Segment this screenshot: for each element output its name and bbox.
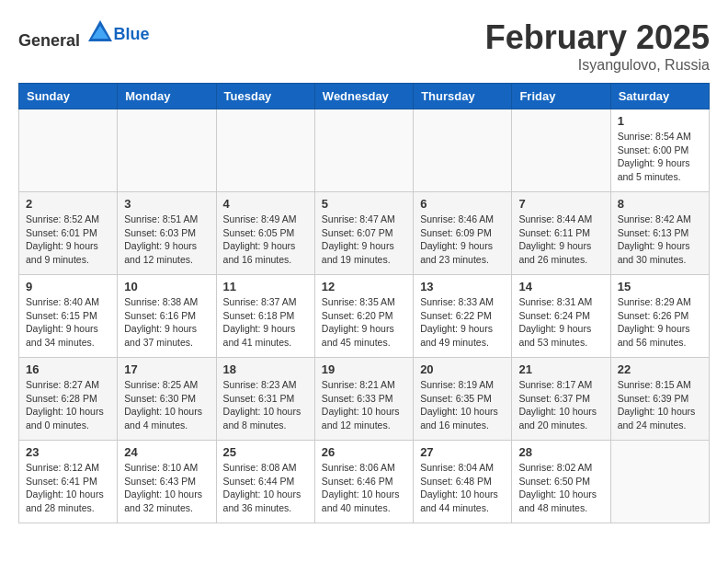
day-number: 19 xyxy=(322,362,406,376)
day-info: Sunrise: 8:52 AM Sunset: 6:01 PM Dayligh… xyxy=(26,213,110,267)
day-number: 6 xyxy=(420,197,505,211)
calendar-day-cell xyxy=(414,109,512,192)
day-number: 23 xyxy=(26,445,110,459)
calendar-day-cell: 8Sunrise: 8:42 AM Sunset: 6:13 PM Daylig… xyxy=(610,192,709,275)
day-number: 15 xyxy=(618,280,702,293)
calendar-day-cell: 26Sunrise: 8:06 AM Sunset: 6:46 PM Dayli… xyxy=(314,441,413,523)
day-info: Sunrise: 8:10 AM Sunset: 6:43 PM Dayligh… xyxy=(124,461,209,515)
day-info: Sunrise: 8:51 AM Sunset: 6:03 PM Dayligh… xyxy=(124,213,209,267)
day-info: Sunrise: 8:19 AM Sunset: 6:35 PM Dayligh… xyxy=(420,378,505,432)
day-number: 24 xyxy=(124,445,209,459)
calendar-week-row: 23Sunrise: 8:12 AM Sunset: 6:41 PM Dayli… xyxy=(19,441,710,523)
calendar-week-row: 1Sunrise: 8:54 AM Sunset: 6:00 PM Daylig… xyxy=(19,109,710,192)
calendar-day-cell xyxy=(118,109,216,192)
month-year-title: February 2025 xyxy=(485,18,710,57)
day-number: 21 xyxy=(518,362,603,376)
calendar-day-cell: 16Sunrise: 8:27 AM Sunset: 6:28 PM Dayli… xyxy=(19,358,118,441)
page-header: General Blue February 2025 Isyangulovo, … xyxy=(18,18,710,74)
calendar-week-row: 9Sunrise: 8:40 AM Sunset: 6:15 PM Daylig… xyxy=(19,275,710,358)
day-info: Sunrise: 8:08 AM Sunset: 6:44 PM Dayligh… xyxy=(223,461,308,515)
day-info: Sunrise: 8:27 AM Sunset: 6:28 PM Dayligh… xyxy=(26,378,110,432)
day-info: Sunrise: 8:23 AM Sunset: 6:31 PM Dayligh… xyxy=(223,378,308,432)
day-number: 2 xyxy=(26,197,110,211)
weekday-header-monday: Monday xyxy=(118,84,216,109)
calendar-day-cell: 1Sunrise: 8:54 AM Sunset: 6:00 PM Daylig… xyxy=(610,109,709,192)
logo: General Blue xyxy=(18,18,150,51)
day-number: 28 xyxy=(518,445,603,459)
day-info: Sunrise: 8:38 AM Sunset: 6:16 PM Dayligh… xyxy=(124,295,209,350)
calendar-day-cell: 5Sunrise: 8:47 AM Sunset: 6:07 PM Daylig… xyxy=(314,192,413,275)
day-number: 17 xyxy=(124,362,209,376)
day-info: Sunrise: 8:49 AM Sunset: 6:05 PM Dayligh… xyxy=(223,213,308,267)
day-number: 26 xyxy=(322,445,406,459)
weekday-header-thursday: Thursday xyxy=(414,84,512,109)
day-info: Sunrise: 8:12 AM Sunset: 6:41 PM Dayligh… xyxy=(26,461,110,515)
calendar-day-cell: 24Sunrise: 8:10 AM Sunset: 6:43 PM Dayli… xyxy=(118,441,216,523)
day-number: 3 xyxy=(124,197,209,211)
title-block: February 2025 Isyangulovo, Russia xyxy=(485,18,710,74)
calendar-day-cell: 12Sunrise: 8:35 AM Sunset: 6:20 PM Dayli… xyxy=(314,275,413,358)
calendar-day-cell: 17Sunrise: 8:25 AM Sunset: 6:30 PM Dayli… xyxy=(118,358,216,441)
calendar-day-cell xyxy=(216,109,314,192)
calendar-day-cell xyxy=(19,109,118,192)
day-info: Sunrise: 8:42 AM Sunset: 6:13 PM Dayligh… xyxy=(618,213,702,267)
day-number: 7 xyxy=(518,197,603,211)
calendar-day-cell: 14Sunrise: 8:31 AM Sunset: 6:24 PM Dayli… xyxy=(512,275,610,358)
day-info: Sunrise: 8:25 AM Sunset: 6:30 PM Dayligh… xyxy=(124,378,209,432)
day-info: Sunrise: 8:35 AM Sunset: 6:20 PM Dayligh… xyxy=(322,295,406,350)
calendar-day-cell: 11Sunrise: 8:37 AM Sunset: 6:18 PM Dayli… xyxy=(216,275,314,358)
calendar-day-cell xyxy=(610,441,709,523)
day-info: Sunrise: 8:29 AM Sunset: 6:26 PM Dayligh… xyxy=(618,295,702,350)
day-number: 20 xyxy=(420,362,505,376)
day-number: 12 xyxy=(322,280,406,293)
day-info: Sunrise: 8:37 AM Sunset: 6:18 PM Dayligh… xyxy=(223,295,308,350)
day-info: Sunrise: 8:15 AM Sunset: 6:39 PM Dayligh… xyxy=(618,378,702,432)
day-info: Sunrise: 8:54 AM Sunset: 6:00 PM Dayligh… xyxy=(618,130,702,184)
location-subtitle: Isyangulovo, Russia xyxy=(485,57,710,74)
calendar-day-cell: 20Sunrise: 8:19 AM Sunset: 6:35 PM Dayli… xyxy=(414,358,512,441)
day-number: 14 xyxy=(518,280,603,293)
day-number: 25 xyxy=(223,445,308,459)
weekday-header-wednesday: Wednesday xyxy=(314,84,413,109)
calendar-day-cell: 4Sunrise: 8:49 AM Sunset: 6:05 PM Daylig… xyxy=(216,192,314,275)
calendar-day-cell: 9Sunrise: 8:40 AM Sunset: 6:15 PM Daylig… xyxy=(19,275,118,358)
calendar-day-cell: 10Sunrise: 8:38 AM Sunset: 6:16 PM Dayli… xyxy=(118,275,216,358)
weekday-header-sunday: Sunday xyxy=(19,84,118,109)
calendar-week-row: 2Sunrise: 8:52 AM Sunset: 6:01 PM Daylig… xyxy=(19,192,710,275)
day-info: Sunrise: 8:17 AM Sunset: 6:37 PM Dayligh… xyxy=(518,378,603,432)
day-number: 18 xyxy=(223,362,308,376)
day-number: 22 xyxy=(618,362,702,376)
day-number: 10 xyxy=(124,280,209,293)
logo-general: General xyxy=(18,31,80,50)
day-info: Sunrise: 8:31 AM Sunset: 6:24 PM Dayligh… xyxy=(518,295,603,350)
logo-icon xyxy=(86,18,114,46)
day-info: Sunrise: 8:02 AM Sunset: 6:50 PM Dayligh… xyxy=(518,461,603,515)
calendar-day-cell: 13Sunrise: 8:33 AM Sunset: 6:22 PM Dayli… xyxy=(414,275,512,358)
calendar-day-cell: 27Sunrise: 8:04 AM Sunset: 6:48 PM Dayli… xyxy=(414,441,512,523)
day-number: 1 xyxy=(618,114,702,128)
calendar-day-cell: 3Sunrise: 8:51 AM Sunset: 6:03 PM Daylig… xyxy=(118,192,216,275)
day-info: Sunrise: 8:06 AM Sunset: 6:46 PM Dayligh… xyxy=(322,461,406,515)
day-number: 11 xyxy=(223,280,308,293)
weekday-header-friday: Friday xyxy=(512,84,610,109)
calendar-day-cell: 19Sunrise: 8:21 AM Sunset: 6:33 PM Dayli… xyxy=(314,358,413,441)
calendar-day-cell: 22Sunrise: 8:15 AM Sunset: 6:39 PM Dayli… xyxy=(610,358,709,441)
weekday-header-row: SundayMondayTuesdayWednesdayThursdayFrid… xyxy=(19,84,710,109)
calendar-day-cell: 6Sunrise: 8:46 AM Sunset: 6:09 PM Daylig… xyxy=(414,192,512,275)
day-info: Sunrise: 8:40 AM Sunset: 6:15 PM Dayligh… xyxy=(26,295,110,350)
calendar-week-row: 16Sunrise: 8:27 AM Sunset: 6:28 PM Dayli… xyxy=(19,358,710,441)
day-number: 9 xyxy=(26,280,110,293)
day-info: Sunrise: 8:44 AM Sunset: 6:11 PM Dayligh… xyxy=(518,213,603,267)
day-number: 16 xyxy=(26,362,110,376)
weekday-header-saturday: Saturday xyxy=(610,84,709,109)
calendar-day-cell: 25Sunrise: 8:08 AM Sunset: 6:44 PM Dayli… xyxy=(216,441,314,523)
day-info: Sunrise: 8:04 AM Sunset: 6:48 PM Dayligh… xyxy=(420,461,505,515)
day-number: 8 xyxy=(618,197,702,211)
weekday-header-tuesday: Tuesday xyxy=(216,84,314,109)
calendar-day-cell: 15Sunrise: 8:29 AM Sunset: 6:26 PM Dayli… xyxy=(610,275,709,358)
day-number: 4 xyxy=(223,197,308,211)
calendar-day-cell xyxy=(314,109,413,192)
calendar-day-cell: 18Sunrise: 8:23 AM Sunset: 6:31 PM Dayli… xyxy=(216,358,314,441)
calendar-day-cell: 23Sunrise: 8:12 AM Sunset: 6:41 PM Dayli… xyxy=(19,441,118,523)
day-info: Sunrise: 8:33 AM Sunset: 6:22 PM Dayligh… xyxy=(420,295,505,350)
